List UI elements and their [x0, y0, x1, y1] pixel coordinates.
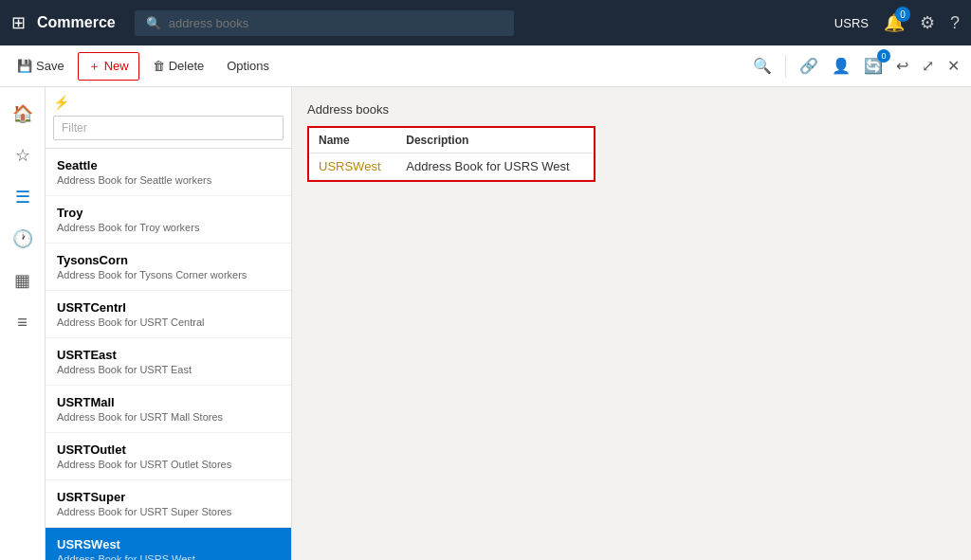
- list-item[interactable]: USRSWest Address Book for USRS West: [46, 528, 291, 560]
- toolbar-expand-button[interactable]: ⤢: [918, 53, 938, 79]
- list-item-subtitle: Address Book for Seattle workers: [57, 174, 280, 186]
- icon-sidebar: 🏠 ☆ ☰ 🕐 ▦ ≡: [0, 87, 46, 560]
- nav-search-icon: 🔍: [146, 16, 161, 30]
- col-header-description: Description: [396, 128, 594, 154]
- list-item[interactable]: Troy Address Book for Troy workers: [46, 196, 291, 244]
- list-item[interactable]: USRTEast Address Book for USRT East: [46, 338, 291, 386]
- options-button[interactable]: Options: [217, 54, 279, 78]
- filter-input[interactable]: [53, 116, 284, 140]
- list-item[interactable]: Seattle Address Book for Seattle workers: [46, 149, 291, 196]
- col-header-name: Name: [309, 128, 396, 154]
- list-item[interactable]: TysonsCorn Address Book for Tysons Corne…: [46, 244, 291, 291]
- list-item-subtitle: Address Book for Tysons Corner workers: [57, 269, 280, 280]
- list-item-title: TysonsCorn: [57, 253, 280, 267]
- list-item-subtitle: Address Book for USRT Central: [57, 316, 280, 328]
- toolbar-person-button[interactable]: 👤: [828, 53, 854, 79]
- notification-badge: 0: [895, 7, 910, 22]
- toolbar-right-icons: 🔍 🔗 👤 🔄 0 ↩ ⤢ ✕: [749, 53, 963, 79]
- top-nav: ⊞ Commerce 🔍 USRS 🔔 0 ⚙ ?: [0, 0, 971, 45]
- detail-table-wrapper: Name Description USRSWest Address Book f…: [307, 126, 595, 182]
- gear-icon[interactable]: ⚙: [920, 12, 935, 33]
- nav-right: USRS 🔔 0 ⚙ ?: [834, 12, 960, 33]
- list-item[interactable]: USRTMall Address Book for USRT Mall Stor…: [46, 386, 291, 433]
- bell-icon[interactable]: 🔔 0: [884, 12, 905, 33]
- list-filter-area: ⚡: [46, 87, 291, 149]
- list-item-title: USRTMall: [57, 395, 280, 409]
- main-layout: 🏠 ☆ ☰ 🕐 ▦ ≡ ⚡ Seattle Address Book for S…: [0, 87, 971, 560]
- grid-icon[interactable]: ⊞: [11, 12, 26, 33]
- filter-icon: ⚡: [53, 95, 69, 110]
- delete-icon: 🗑: [153, 59, 165, 73]
- sidebar-grid2-button[interactable]: ▦: [4, 262, 42, 299]
- list-item-subtitle: Address Book for USRT East: [57, 364, 280, 375]
- sidebar-home-button[interactable]: 🏠: [4, 95, 42, 133]
- plus-icon: ＋: [88, 58, 101, 75]
- list-item-title: USRTOutlet: [57, 443, 280, 457]
- list-item-title: USRTEast: [57, 348, 280, 362]
- nav-search-input[interactable]: [169, 16, 503, 30]
- list-item[interactable]: USRTCentrl Address Book for USRT Central: [46, 291, 291, 338]
- app-title: Commerce: [37, 14, 116, 31]
- cell-name[interactable]: USRSWest: [309, 154, 396, 180]
- toolbar: 💾 Save ＋ New 🗑 Delete Options 🔍 🔗 👤 🔄 0 …: [0, 45, 971, 87]
- toolbar-separator: [785, 55, 786, 78]
- save-icon: 💾: [17, 59, 32, 73]
- new-button[interactable]: ＋ New: [78, 52, 139, 81]
- detail-section-title: Address books: [307, 102, 956, 117]
- list-item-subtitle: Address Book for USRT Mall Stores: [57, 411, 280, 423]
- user-label: USRS: [834, 16, 869, 30]
- toolbar-link-button[interactable]: 🔗: [796, 53, 822, 79]
- list-item[interactable]: USRTSuper Address Book for USRT Super St…: [46, 480, 291, 528]
- refresh-badge: 0: [877, 49, 890, 63]
- sidebar-star-button[interactable]: ☆: [4, 136, 42, 174]
- toolbar-undo-button[interactable]: ↩: [892, 53, 912, 79]
- list-panel: ⚡ Seattle Address Book for Seattle worke…: [46, 87, 292, 560]
- detail-panel: Address books Name Description USRSWest …: [292, 87, 971, 560]
- list-item-subtitle: Address Book for USRT Super Stores: [57, 506, 280, 517]
- nav-search-box[interactable]: 🔍: [135, 10, 514, 36]
- list-item-subtitle: Address Book for USRS West: [57, 553, 280, 560]
- sidebar-filter-button[interactable]: ≡: [4, 303, 42, 341]
- list-item-title: USRTCentrl: [57, 300, 280, 315]
- list-item-title: USRTSuper: [57, 490, 280, 504]
- table-row: USRSWest Address Book for USRS West: [309, 154, 594, 180]
- list-item-title: Troy: [57, 206, 280, 220]
- list-items: Seattle Address Book for Seattle workers…: [46, 149, 291, 560]
- list-item-subtitle: Address Book for USRT Outlet Stores: [57, 459, 280, 470]
- list-item-title: USRSWest: [57, 537, 280, 551]
- list-item-title: Seattle: [57, 158, 280, 172]
- cell-description[interactable]: Address Book for USRS West: [396, 154, 594, 180]
- toolbar-search-button[interactable]: 🔍: [749, 53, 776, 79]
- list-item[interactable]: USRTOutlet Address Book for USRT Outlet …: [46, 433, 291, 480]
- list-item-subtitle: Address Book for Troy workers: [57, 222, 280, 233]
- toolbar-close-button[interactable]: ✕: [944, 53, 963, 79]
- sidebar-clock-button[interactable]: 🕐: [4, 220, 42, 258]
- sidebar-list-button[interactable]: ☰: [4, 178, 42, 216]
- help-icon[interactable]: ?: [950, 13, 960, 33]
- save-button[interactable]: 💾 Save: [8, 54, 74, 78]
- delete-button[interactable]: 🗑 Delete: [143, 54, 214, 78]
- detail-table: Name Description USRSWest Address Book f…: [309, 128, 594, 180]
- toolbar-refresh-button[interactable]: 🔄 0: [860, 53, 887, 79]
